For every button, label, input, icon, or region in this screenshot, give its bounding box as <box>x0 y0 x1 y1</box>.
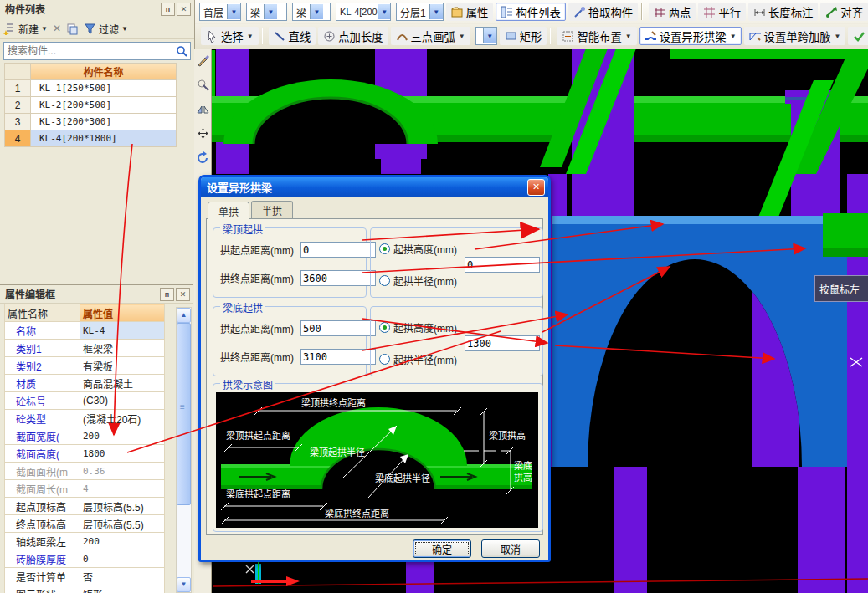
property-row[interactable]: 截面宽度(200 <box>5 427 165 445</box>
cancel-button[interactable]: 取消 <box>481 539 540 558</box>
scroll-down-icon[interactable]: ▼ <box>177 577 191 592</box>
search-input[interactable] <box>4 45 176 57</box>
property-row[interactable]: 轴线距梁左200 <box>5 533 165 550</box>
component-table: 构件名称 1KL-1[250*500] 2KL-2[200*500] 3KL-3… <box>4 63 177 147</box>
dialog-tab-panel: 梁顶起拱 拱起点距离(mm) 拱终点距离(mm) 起拱高度(mm) 起拱半径(m… <box>206 218 543 535</box>
mirror-tool-icon[interactable] <box>197 103 209 115</box>
svg-text:拱高: 拱高 <box>514 472 532 483</box>
two-point-button[interactable]: 两点 <box>649 3 696 21</box>
chevron-down-icon[interactable]: ▼ <box>310 4 323 19</box>
length-dimension-button[interactable]: 长度标注 <box>748 3 818 21</box>
set-arch-beam-button[interactable]: 设置异形拱梁▼ <box>639 27 742 45</box>
ok-button[interactable]: 确定 <box>413 539 471 558</box>
arc-icon <box>396 30 408 43</box>
chevron-down-icon[interactable]: ▼ <box>227 4 240 19</box>
property-row[interactable]: 类别1框架梁 <box>5 340 165 357</box>
chevron-down-icon[interactable]: ▼ <box>264 4 277 19</box>
tab-half-arch[interactable]: 半拱 <box>251 201 293 219</box>
dialog-titlebar[interactable]: 设置异形拱梁 ✕ <box>201 177 548 197</box>
search-box <box>3 42 191 60</box>
property-row[interactable]: 名称KL-4 <box>5 322 165 340</box>
property-scrollbar[interactable]: ▲ ▼ <box>176 307 192 593</box>
chevron-down-icon[interactable]: ▼ <box>483 28 496 43</box>
bottom-height-radio[interactable]: 起拱高度(mm) <box>379 320 457 335</box>
bottom-radius-radio[interactable]: 起拱半径(mm) <box>379 352 457 366</box>
property-row[interactable]: 图示形状矩形 <box>5 585 165 593</box>
property-row[interactable]: 类别2有梁板 <box>5 357 165 375</box>
left-dock-panels: 构件列表 ᴨ ✕ 新建▼ ✕ 过滤▼ 构件名称 1KL-1[25 <box>0 0 195 593</box>
ruler-icon <box>753 6 766 18</box>
scrollbar-thumb[interactable] <box>177 323 191 505</box>
property-row[interactable]: 起点顶标高层顶标高(5.5) <box>5 498 165 515</box>
pin-icon[interactable]: ᴨ <box>160 288 174 301</box>
point-plus-length-button[interactable]: 点加长度 <box>318 27 388 45</box>
bottom-arch-end-input[interactable] <box>300 349 376 365</box>
property-row[interactable]: 截面周长(m4 <box>5 480 165 498</box>
component-combo[interactable]: KL-4[200▼ <box>336 3 391 21</box>
top-height-radio[interactable]: 起拱高度(mm) <box>379 242 457 256</box>
delete-component-button[interactable]: ✕ <box>53 23 61 34</box>
bottom-height-input[interactable] <box>465 335 540 351</box>
property-row[interactable]: 终点顶标高层顶标高(5.5) <box>5 515 165 533</box>
chevron-down-icon[interactable]: ▼ <box>429 4 443 19</box>
copy-icon[interactable] <box>66 23 79 35</box>
toolbar-row-1: 首层▼ 梁▼ 梁▼ KL-4[200▼ 分层1▼ 属性 构件列表 拾取构件 两点… <box>194 0 868 23</box>
element-type-combo[interactable]: 梁▼ <box>292 3 331 21</box>
top-arch-end-input[interactable] <box>300 270 376 286</box>
close-icon[interactable]: ✕ <box>176 288 190 301</box>
rotate-tool-icon[interactable] <box>197 151 209 164</box>
property-row[interactable]: 材质商品混凝土 <box>5 375 165 392</box>
scroll-up-icon[interactable]: ▲ <box>177 308 191 323</box>
property-row[interactable]: 砼类型(混凝土20石) <box>5 410 165 427</box>
top-radius-radio[interactable]: 起拱半径(mm) <box>379 273 457 288</box>
brush-tool-icon[interactable] <box>197 54 209 67</box>
chevron-down-icon[interactable]: ▼ <box>378 4 390 19</box>
layer-combo[interactable]: 分层1▼ <box>396 3 444 21</box>
set-haunch-button[interactable]: 设置单跨加腋▼ <box>744 27 846 45</box>
new-component-button[interactable]: 新建▼ <box>3 22 48 36</box>
arch-beam-dialog: 设置异形拱梁 ✕ 单拱 半拱 梁顶起拱 拱起点距离(mm) 拱终点距离(mm) … <box>198 175 551 562</box>
property-row[interactable]: 是否计算单否 <box>5 568 165 585</box>
component-list-button[interactable]: 构件列表 <box>496 3 565 21</box>
trim-circle-tool-icon[interactable] <box>197 79 209 91</box>
filter-button[interactable]: 过滤▼ <box>84 22 128 36</box>
property-row[interactable]: 截面高度(1800 <box>5 445 165 463</box>
table-row[interactable]: 2KL-2[200*500] <box>5 97 177 114</box>
property-table-header: 属性名称 属性值 <box>5 304 165 322</box>
bottom-arch-start-input[interactable] <box>300 320 376 336</box>
rectangle-button[interactable]: 矩形 <box>500 27 547 45</box>
property-row[interactable]: 截面面积(m0.36 <box>5 463 165 480</box>
column-header-name[interactable]: 构件名称 <box>31 64 177 80</box>
line-icon <box>274 30 286 43</box>
properties-button[interactable]: 属性 <box>446 3 494 21</box>
top-arch-start-input[interactable] <box>300 242 376 258</box>
close-icon[interactable]: ✕ <box>177 3 191 16</box>
tab-single-arch[interactable]: 单拱 <box>208 202 249 222</box>
panel-title: 属性编辑框 <box>5 287 55 301</box>
table-row[interactable]: 1KL-1[250*500] <box>5 80 177 97</box>
dialog-close-icon[interactable]: ✕ <box>527 179 545 196</box>
floor-combo[interactable]: 首层▼ <box>199 3 241 21</box>
pick-component-button[interactable]: 拾取构件 <box>568 3 638 21</box>
auto-generate-button[interactable]: 自动生成土 <box>848 27 868 45</box>
top-height-input[interactable] <box>465 257 540 273</box>
arc-mode-combo[interactable]: ▼ <box>475 27 497 45</box>
property-row[interactable]: 砖胎膜厚度0 <box>5 550 165 568</box>
align-button[interactable]: 对齐 <box>820 3 868 21</box>
table-row[interactable]: 3KL-3[200*300] <box>5 114 177 130</box>
component-list-toolbar: 新建▼ ✕ 过滤▼ <box>0 18 194 39</box>
three-point-arc-button[interactable]: 三点画弧▼ <box>391 27 470 45</box>
search-icon[interactable] <box>176 45 188 58</box>
arch-diagram: 梁顶拱终点距离 梁顶拱起点距离 梁顶起拱半径 梁顶拱高 梁底起拱半径 梁底 拱高 <box>216 392 538 528</box>
property-row[interactable]: 砼标号(C30) <box>5 392 165 410</box>
svg-text:梁顶起拱半径: 梁顶起拱半径 <box>310 447 365 458</box>
arch-beam-icon <box>645 30 657 43</box>
smart-layout-button[interactable]: 智能布置▼ <box>557 27 636 45</box>
parallel-button[interactable]: 平行 <box>698 3 746 21</box>
move-tool-icon[interactable] <box>197 127 209 140</box>
category-combo[interactable]: 梁▼ <box>246 3 287 21</box>
select-button[interactable]: 选择▼ <box>201 27 259 45</box>
line-button[interactable]: 直线 <box>269 27 316 45</box>
table-row-selected[interactable]: 4KL-4[200*1800] <box>5 130 177 147</box>
pin-icon[interactable]: ᴨ <box>161 3 175 16</box>
